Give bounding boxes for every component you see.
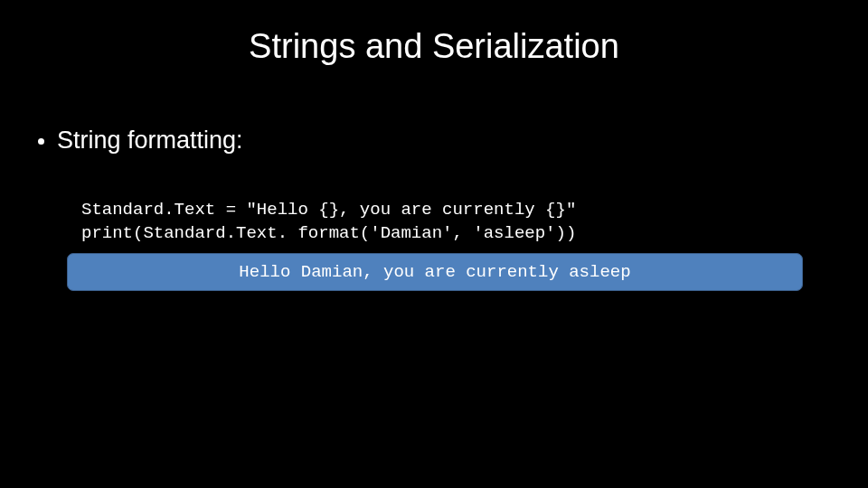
bullet-item: String formatting: — [38, 127, 243, 155]
slide-title: Strings and Serialization — [0, 27, 868, 66]
bullet-dot-icon — [38, 138, 44, 145]
output-text: Hello Damian, you are currently asleep — [239, 262, 630, 282]
code-line-1: Standard.Text = "Hello {}, you are curre… — [81, 200, 576, 220]
code-line-2: print(Standard.Text. format('Damian', 'a… — [81, 223, 576, 243]
output-box: Hello Damian, you are currently asleep — [67, 253, 803, 291]
bullet-text: String formatting: — [57, 127, 243, 155]
code-block: Standard.Text = "Hello {}, you are curre… — [81, 199, 576, 245]
slide: Strings and Serialization String formatt… — [0, 0, 868, 488]
